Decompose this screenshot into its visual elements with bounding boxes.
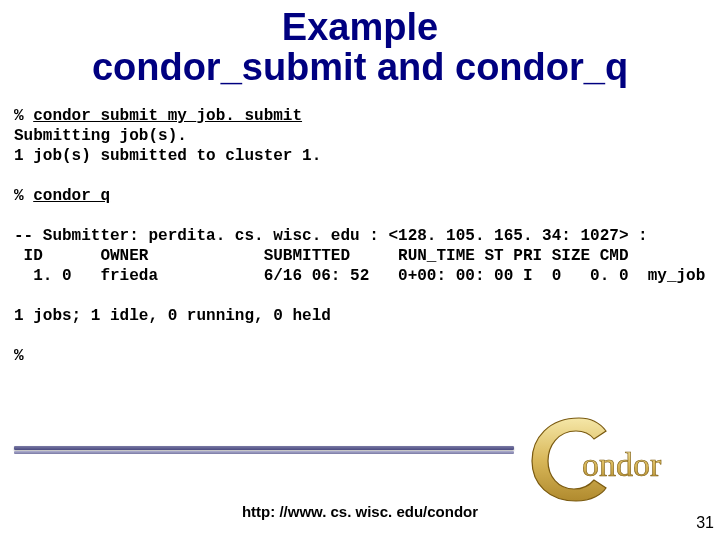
title-line-2: condor_submit and condor_q xyxy=(92,46,628,88)
slide-title: Example condor_submit and condor_q xyxy=(0,8,720,88)
prompt: % xyxy=(14,187,33,205)
submitter-line: -- Submitter: perdita. cs. wisc. edu : <… xyxy=(14,227,648,245)
output-line: Submitting job(s). xyxy=(14,127,187,145)
condor-logo: ondor xyxy=(524,406,684,506)
prompt: % xyxy=(14,347,24,365)
footer-url: http: //www. cs. wisc. edu/condor xyxy=(0,503,720,520)
divider xyxy=(14,446,514,456)
command-submit: condor_submit my_job. submit xyxy=(33,107,302,125)
output-line: 1 job(s) submitted to cluster 1. xyxy=(14,147,321,165)
command-q: condor_q xyxy=(33,187,110,205)
queue-row: 1. 0 frieda 6/16 06: 52 0+00: 00: 00 I 0… xyxy=(14,267,705,285)
prompt: % xyxy=(14,107,33,125)
title-line-1: Example xyxy=(282,6,438,48)
page-number: 31 xyxy=(696,514,714,532)
terminal-output: % condor_submit my_job. submit Submittin… xyxy=(14,106,720,366)
queue-header: ID OWNER SUBMITTED RUN_TIME ST PRI SIZE … xyxy=(14,247,629,265)
logo-text: ondor xyxy=(582,446,662,483)
slide: Example condor_submit and condor_q % con… xyxy=(0,8,720,540)
queue-summary: 1 jobs; 1 idle, 0 running, 0 held xyxy=(14,307,331,325)
